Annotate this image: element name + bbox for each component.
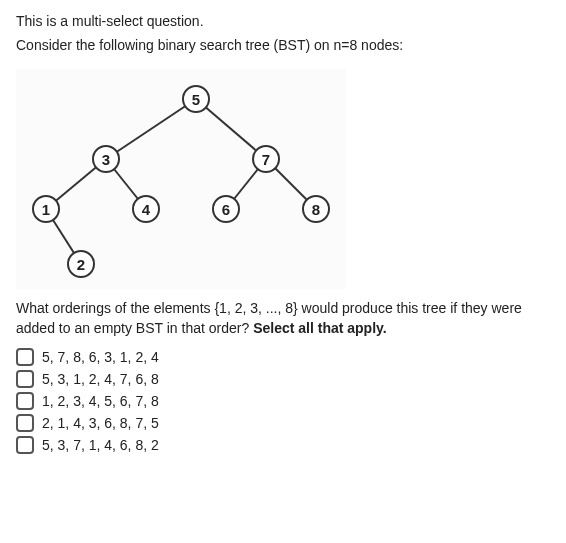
tree-node-4: 4 <box>132 195 160 223</box>
question-emphasis: Select all that apply. <box>253 320 387 336</box>
option-label: 2, 1, 4, 3, 6, 8, 7, 5 <box>42 415 159 431</box>
option-label: 5, 3, 1, 2, 4, 7, 6, 8 <box>42 371 159 387</box>
option-3[interactable]: 1, 2, 3, 4, 5, 6, 7, 8 <box>16 392 550 410</box>
tree-node-2: 2 <box>67 250 95 278</box>
answer-options: 5, 7, 8, 6, 3, 1, 2, 4 5, 3, 1, 2, 4, 7,… <box>16 348 550 454</box>
bst-diagram: 5 3 7 1 4 6 8 2 <box>16 69 346 289</box>
intro-line-1: This is a multi-select question. <box>16 12 550 32</box>
tree-node-7: 7 <box>252 145 280 173</box>
tree-edges <box>16 69 346 289</box>
tree-node-1: 1 <box>32 195 60 223</box>
checkbox-icon[interactable] <box>16 436 34 454</box>
checkbox-icon[interactable] <box>16 414 34 432</box>
checkbox-icon[interactable] <box>16 392 34 410</box>
checkbox-icon[interactable] <box>16 348 34 366</box>
option-1[interactable]: 5, 7, 8, 6, 3, 1, 2, 4 <box>16 348 550 366</box>
checkbox-icon[interactable] <box>16 370 34 388</box>
tree-node-3: 3 <box>92 145 120 173</box>
svg-line-0 <box>106 99 196 159</box>
option-label: 5, 3, 7, 1, 4, 6, 8, 2 <box>42 437 159 453</box>
option-label: 5, 7, 8, 6, 3, 1, 2, 4 <box>42 349 159 365</box>
question-text: What orderings of the elements {1, 2, 3,… <box>16 299 550 338</box>
option-2[interactable]: 5, 3, 1, 2, 4, 7, 6, 8 <box>16 370 550 388</box>
option-5[interactable]: 5, 3, 7, 1, 4, 6, 8, 2 <box>16 436 550 454</box>
tree-node-6: 6 <box>212 195 240 223</box>
option-label: 1, 2, 3, 4, 5, 6, 7, 8 <box>42 393 159 409</box>
question-intro: This is a multi-select question. Conside… <box>16 12 550 55</box>
tree-node-8: 8 <box>302 195 330 223</box>
tree-node-5: 5 <box>182 85 210 113</box>
intro-line-2: Consider the following binary search tre… <box>16 36 550 56</box>
option-4[interactable]: 2, 1, 4, 3, 6, 8, 7, 5 <box>16 414 550 432</box>
